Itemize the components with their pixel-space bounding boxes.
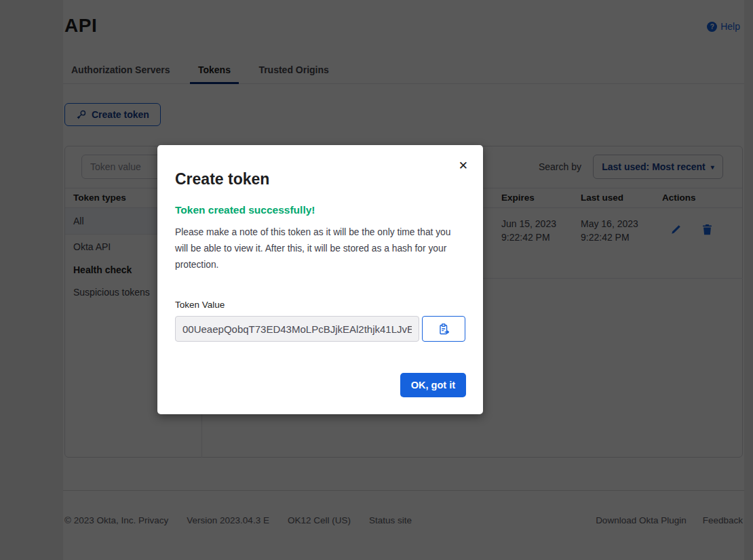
token-value-row <box>175 316 465 342</box>
clipboard-copy-icon <box>438 323 450 335</box>
body-line: will be able to view it. After this, it … <box>175 241 465 257</box>
token-value-field[interactable] <box>175 316 419 342</box>
success-message: Token created successfully! <box>175 204 465 216</box>
token-value-label: Token Value <box>175 300 465 310</box>
okta-admin-page: API ? Help Authorization Servers Tokens … <box>0 0 753 560</box>
close-icon[interactable]: ✕ <box>459 160 468 172</box>
ok-got-it-button[interactable]: OK, got it <box>400 373 466 397</box>
modal-body-text: Please make a note of this token as it w… <box>175 224 465 273</box>
body-line: Please make a note of this token as it w… <box>175 224 465 241</box>
modal-title: Create token <box>175 169 465 188</box>
body-line: protection. <box>175 257 465 273</box>
create-token-modal: ✕ Create token Token created successfull… <box>157 145 483 414</box>
copy-to-clipboard-button[interactable] <box>422 316 465 342</box>
